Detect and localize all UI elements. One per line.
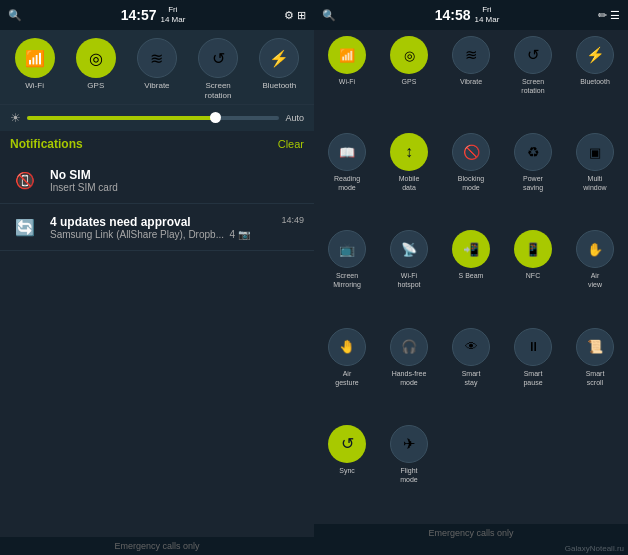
qs-air-gesture[interactable]: 🤚 Airgesture	[318, 328, 376, 421]
notif-updates-row: 4 updates need approval 14:49	[50, 215, 304, 229]
left-date: Fri 14 Mar	[160, 5, 185, 24]
qs-mobile-data[interactable]: ↕ Mobiledata	[380, 133, 438, 226]
toggle-bluetooth[interactable]: ⚡ Bluetooth	[253, 38, 305, 91]
right-panel: 🔍 14:58 Fri 14 Mar ✏ ☰ 📶 Wi-Fi ◎ GPS	[314, 0, 628, 555]
qs-sync[interactable]: ↺ Sync	[318, 425, 376, 518]
qs-smart-stay-circle[interactable]: 👁	[452, 328, 490, 366]
brightness-slider[interactable]	[27, 116, 279, 120]
qs-air-view-label: Airview	[588, 271, 602, 289]
vibrate-circle[interactable]: ≋	[137, 38, 177, 78]
qs-vibrate-circle[interactable]: ≋	[452, 36, 490, 74]
qs-flight-mode-label: Flightmode	[400, 466, 418, 484]
qs-mobile-data-label: Mobiledata	[399, 174, 420, 192]
notifications-title: Notifications	[10, 137, 83, 151]
qs-screen-mirroring[interactable]: 📺 ScreenMirroring	[318, 230, 376, 323]
qs-wifi-hotspot[interactable]: 📡 Wi-Fihotspot	[380, 230, 438, 323]
notif-sim-icon: 📵	[10, 165, 40, 195]
qs-nfc[interactable]: 📱 NFC	[504, 230, 562, 323]
qs-gps-label: GPS	[402, 77, 417, 86]
qs-hands-free[interactable]: 🎧 Hands-freemode	[380, 328, 438, 421]
qs-smart-pause[interactable]: ⏸ Smartpause	[504, 328, 562, 421]
qs-blocking[interactable]: 🚫 Blockingmode	[442, 133, 500, 226]
settings-icon[interactable]: ⚙	[284, 9, 294, 22]
left-status-right-icons: ⚙ ⊞	[284, 9, 306, 22]
right-time-date: 14:58 Fri 14 Mar	[435, 5, 500, 24]
qs-power-saving[interactable]: ♻ Powersaving	[504, 133, 562, 226]
qs-multi-window-label: Multiwindow	[583, 174, 606, 192]
qs-wifi[interactable]: 📶 Wi-Fi	[318, 36, 376, 129]
toggle-gps[interactable]: ◎ GPS	[70, 38, 122, 91]
qs-sync-circle[interactable]: ↺	[328, 425, 366, 463]
qs-smart-stay[interactable]: 👁 Smartstay	[442, 328, 500, 421]
qs-smart-scroll-label: Smartscroll	[586, 369, 605, 387]
qs-hands-free-circle[interactable]: 🎧	[390, 328, 428, 366]
qs-screen-mirroring-circle[interactable]: 📺	[328, 230, 366, 268]
right-status-bar: 🔍 14:58 Fri 14 Mar ✏ ☰	[314, 0, 628, 30]
notif-updates-time: 14:49	[281, 215, 304, 225]
qs-wifi-circle[interactable]: 📶	[328, 36, 366, 74]
qs-vibrate[interactable]: ≋ Vibrate	[442, 36, 500, 129]
qs-smart-scroll[interactable]: 📜 Smartscroll	[566, 328, 624, 421]
left-emergency: Emergency calls only	[0, 537, 314, 555]
qs-reading-circle[interactable]: 📖	[328, 133, 366, 171]
watermark: GalaxyNoteall.ru	[314, 542, 628, 555]
qs-gps-circle[interactable]: ◎	[390, 36, 428, 74]
qs-wifi-label: Wi-Fi	[339, 77, 355, 86]
qs-reading[interactable]: 📖 Readingmode	[318, 133, 376, 226]
notif-sim-title: No SIM	[50, 168, 304, 182]
qs-smart-scroll-circle[interactable]: 📜	[576, 328, 614, 366]
qs-blocking-circle[interactable]: 🚫	[452, 133, 490, 171]
qs-multi-window-circle[interactable]: ▣	[576, 133, 614, 171]
grid-icon[interactable]: ⊞	[297, 9, 306, 22]
search-icon[interactable]: 🔍	[8, 9, 22, 22]
vibrate-label: Vibrate	[144, 81, 169, 91]
qs-blocking-label: Blockingmode	[458, 174, 484, 192]
notif-updates-title: 4 updates need approval	[50, 215, 191, 229]
menu-icon[interactable]: ☰	[610, 9, 620, 22]
qs-rotation-circle[interactable]: ↺	[514, 36, 552, 74]
qs-sync-label: Sync	[339, 466, 355, 475]
qs-flight-mode[interactable]: ✈ Flightmode	[380, 425, 438, 518]
pencil-icon[interactable]: ✏	[598, 9, 607, 22]
right-emergency: Emergency calls only	[314, 524, 628, 542]
left-quick-toggles: 📶 Wi-Fi ◎ GPS ≋ Vibrate ↺ Screenrotation…	[0, 30, 314, 104]
rotation-circle[interactable]: ↺	[198, 38, 238, 78]
qs-smart-pause-circle[interactable]: ⏸	[514, 328, 552, 366]
notif-no-sim[interactable]: 📵 No SIM Insert SIM card	[0, 157, 314, 204]
qs-mobile-data-circle[interactable]: ↕	[390, 133, 428, 171]
qs-s-beam[interactable]: 📲 S Beam	[442, 230, 500, 323]
qs-gps[interactable]: ◎ GPS	[380, 36, 438, 129]
qs-bluetooth-circle[interactable]: ⚡	[576, 36, 614, 74]
qs-bluetooth[interactable]: ⚡ Bluetooth	[566, 36, 624, 129]
notifications-header: Notifications Clear	[0, 131, 314, 157]
right-time: 14:58	[435, 7, 471, 23]
qs-air-gesture-circle[interactable]: 🤚	[328, 328, 366, 366]
qs-reading-label: Readingmode	[334, 174, 360, 192]
qs-s-beam-circle[interactable]: 📲	[452, 230, 490, 268]
qs-bluetooth-label: Bluetooth	[580, 77, 610, 86]
qs-multi-window[interactable]: ▣ Multiwindow	[566, 133, 624, 226]
right-search-icon[interactable]: 🔍	[322, 9, 336, 22]
qs-vibrate-label: Vibrate	[460, 77, 482, 86]
qs-nfc-label: NFC	[526, 271, 540, 280]
toggle-rotation[interactable]: ↺ Screenrotation	[192, 38, 244, 100]
qs-rotation[interactable]: ↺ Screenrotation	[504, 36, 562, 129]
notif-updates[interactable]: 🔄 4 updates need approval 14:49 Samsung …	[0, 204, 314, 251]
qs-air-view-circle[interactable]: ✋	[576, 230, 614, 268]
toggle-wifi[interactable]: 📶 Wi-Fi	[9, 38, 61, 91]
brightness-auto-label[interactable]: Auto	[285, 113, 304, 123]
qs-nfc-circle[interactable]: 📱	[514, 230, 552, 268]
qs-wifi-hotspot-circle[interactable]: 📡	[390, 230, 428, 268]
qs-power-saving-circle[interactable]: ♻	[514, 133, 552, 171]
gps-circle[interactable]: ◎	[76, 38, 116, 78]
bluetooth-circle[interactable]: ⚡	[259, 38, 299, 78]
qs-flight-mode-circle[interactable]: ✈	[390, 425, 428, 463]
clear-button[interactable]: Clear	[278, 138, 304, 150]
qs-power-saving-label: Powersaving	[523, 174, 543, 192]
right-bottom: Emergency calls only GalaxyNoteall.ru	[314, 524, 628, 555]
wifi-circle[interactable]: 📶	[15, 38, 55, 78]
bluetooth-label: Bluetooth	[262, 81, 296, 91]
qs-air-view[interactable]: ✋ Airview	[566, 230, 624, 323]
toggle-vibrate[interactable]: ≋ Vibrate	[131, 38, 183, 91]
qs-smart-pause-label: Smartpause	[523, 369, 542, 387]
